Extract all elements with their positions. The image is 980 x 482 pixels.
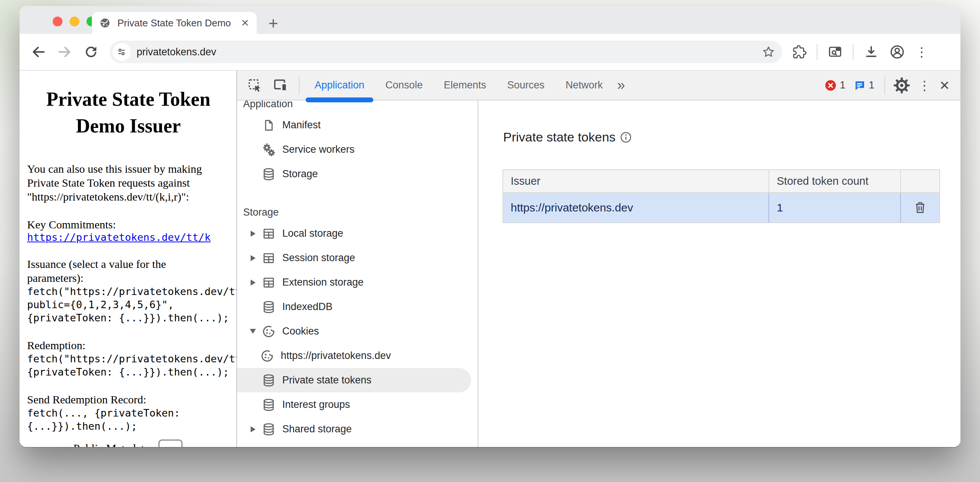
public-metadata-label: Public Metadata — [73, 442, 150, 447]
bookmark-star-icon[interactable] — [762, 45, 775, 59]
toolbar-divider — [817, 44, 818, 60]
table-row[interactable]: https://privatetokens.dev 1 — [503, 193, 939, 223]
table-icon — [261, 251, 276, 266]
sidebar-item-storage[interactable]: Storage — [237, 162, 477, 186]
settings-gear-icon[interactable] — [893, 77, 910, 94]
database-icon — [261, 373, 276, 388]
key-commitments: Key Commitments: https://privatetokens.d… — [27, 218, 229, 243]
public-metadata-select[interactable] — [158, 439, 183, 447]
issuance-section: Issuance (select a value for the paramet… — [27, 257, 229, 325]
issues-badge[interactable]: 1 — [854, 80, 874, 91]
tab-console[interactable]: Console — [375, 71, 433, 100]
extensions-icon[interactable] — [792, 45, 807, 59]
srr-section: Send Redemption Record: fetch(..., {priv… — [27, 393, 229, 433]
issuer-cell[interactable]: https://privatetokens.dev — [503, 193, 769, 223]
sidebar-item-shared-storage[interactable]: Shared storage — [237, 417, 477, 441]
sidebar-item-manifest[interactable]: Manifest — [237, 113, 477, 137]
document-icon — [261, 118, 276, 133]
tab-elements[interactable]: Elements — [433, 71, 497, 100]
browser-window: Private State Token Demo ✕ + privatetoke… — [19, 6, 961, 447]
table-icon — [261, 226, 276, 241]
devtools-toolbar-divider — [299, 76, 299, 94]
sidebar-item-indexeddb[interactable]: IndexedDB — [237, 294, 477, 319]
inspect-element-icon[interactable] — [247, 78, 262, 93]
minimize-window-button[interactable] — [70, 17, 80, 26]
trash-icon — [913, 201, 927, 215]
service-workers-icon — [261, 142, 276, 157]
forward-button[interactable] — [54, 41, 75, 62]
download-icon[interactable] — [863, 44, 879, 60]
column-header-stored-token-count[interactable]: Stored token count — [769, 170, 901, 192]
devtools-close-icon[interactable]: ✕ — [939, 78, 950, 93]
tab-strip: Private State Token Demo ✕ + — [19, 6, 961, 34]
sidebar-item-cookie-origin[interactable]: https://privatetokens.dev — [237, 344, 477, 368]
profile-icon[interactable] — [889, 44, 905, 60]
site-settings-icon[interactable] — [113, 43, 130, 61]
tokens-table: Issuer Stored token count https://privat… — [503, 169, 940, 223]
browser-tab[interactable]: Private State Token Demo ✕ — [92, 12, 257, 34]
intro-paragraph: You can also use this issuer by making P… — [27, 162, 229, 204]
database-icon — [261, 167, 276, 182]
public-metadata-row: Public Metadata — [19, 442, 236, 447]
chevron-right-icon[interactable] — [245, 280, 261, 286]
sidebar-item-interest-groups[interactable]: Interest groups — [237, 393, 477, 417]
chevron-right-icon[interactable] — [245, 426, 261, 432]
devtools-tabs: Application Console Elements Sources Net… — [304, 71, 625, 100]
tab-application[interactable]: Application — [304, 71, 375, 100]
reload-button[interactable] — [81, 41, 102, 62]
info-icon[interactable] — [619, 131, 632, 144]
column-header-actions — [901, 170, 939, 192]
tab-close-icon[interactable]: ✕ — [241, 17, 249, 29]
globe-favicon-icon — [99, 17, 111, 29]
sidebar-item-local-storage[interactable]: Local storage — [237, 221, 477, 246]
devtools-panel: Application Console Elements Sources Net… — [236, 71, 961, 447]
chevron-right-icon[interactable] — [245, 255, 261, 261]
private-state-tokens-panel: Private state tokens Issuer Stored token… — [478, 100, 961, 447]
database-icon — [261, 299, 276, 315]
table-header-row: Issuer Stored token count — [503, 170, 939, 193]
error-badge[interactable]: 1 — [824, 80, 845, 91]
close-window-button[interactable] — [52, 17, 62, 26]
panel-title: Private state tokens — [503, 130, 632, 145]
url-text[interactable]: privatetokens.dev — [137, 46, 762, 58]
sidebar-item-service-workers[interactable]: Service workers — [237, 137, 477, 162]
browser-toolbar: privatetokens.dev ⋮ — [19, 34, 961, 71]
tab-network[interactable]: Network — [555, 71, 613, 100]
sidebar-item-session-storage[interactable]: Session storage — [237, 246, 477, 270]
column-header-issuer[interactable]: Issuer — [503, 170, 769, 192]
devtools-menu-icon[interactable]: ⋮ — [918, 79, 931, 92]
issues-icon — [854, 80, 865, 91]
application-sidebar: Application Manifest — [237, 100, 478, 447]
database-icon — [261, 397, 276, 412]
chevron-down-icon[interactable] — [245, 329, 261, 334]
chevron-right-icon[interactable] — [245, 231, 261, 237]
side-panel-search-icon[interactable] — [827, 44, 843, 60]
table-icon — [261, 275, 276, 290]
delete-token-button[interactable] — [901, 193, 939, 223]
more-tabs-icon[interactable]: » — [617, 77, 625, 93]
tab-title: Private State Token Demo — [118, 17, 238, 29]
traffic-lights — [52, 17, 96, 26]
key-commitments-link[interactable]: https://privatetokens.dev/tt/k — [27, 231, 211, 243]
device-toolbar-icon[interactable] — [272, 77, 289, 94]
web-page: Private State Token Demo Issuer You can … — [19, 71, 236, 447]
tab-sources[interactable]: Sources — [497, 71, 555, 100]
new-tab-button[interactable]: + — [263, 14, 283, 33]
sidebar-item-cookies[interactable]: Cookies — [237, 319, 477, 344]
page-title: Private State Token Demo Issuer — [29, 86, 228, 139]
sidebar-item-extension-storage[interactable]: Extension storage — [237, 270, 477, 294]
address-bar[interactable]: privatetokens.dev — [110, 41, 782, 63]
cookie-icon — [261, 324, 276, 339]
database-icon — [261, 422, 276, 437]
devtools-toolbar-divider — [885, 76, 885, 94]
toolbar-divider — [853, 44, 854, 60]
cookie-icon — [260, 348, 275, 363]
token-count-cell[interactable]: 1 — [769, 193, 901, 223]
redemption-section: Redemption: fetch("https://privatetokens… — [27, 338, 229, 379]
back-button[interactable] — [28, 41, 49, 62]
section-storage: Storage — [237, 203, 477, 221]
sidebar-item-private-state-tokens[interactable]: Private state tokens — [237, 368, 471, 393]
error-badge-icon — [824, 80, 837, 91]
devtools-toolbar: Application Console Elements Sources Net… — [237, 71, 961, 100]
browser-menu-icon[interactable]: ⋮ — [915, 46, 928, 58]
